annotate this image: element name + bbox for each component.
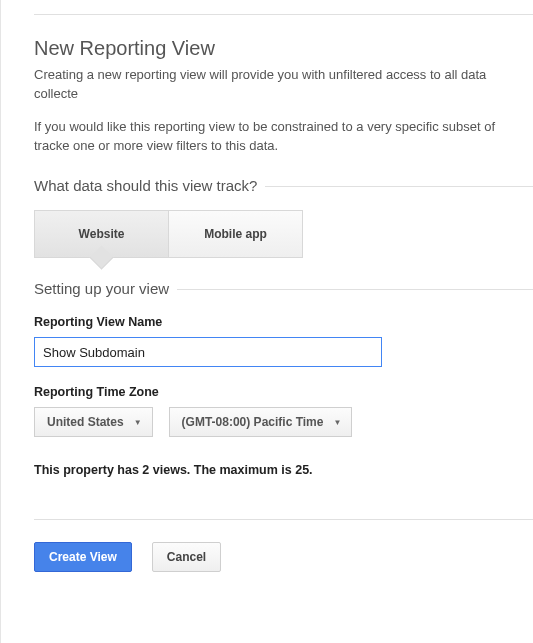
timezone-value: (GMT-08:00) Pacific Time bbox=[182, 415, 324, 429]
new-reporting-view-page: New Reporting View Creating a new report… bbox=[0, 0, 533, 643]
data-type-segmented-control: Website Mobile app bbox=[34, 210, 533, 258]
caret-down-icon: ▼ bbox=[333, 418, 341, 427]
create-view-button[interactable]: Create View bbox=[34, 542, 132, 572]
website-segment-label: Website bbox=[79, 227, 125, 241]
page-description-1: Creating a new reporting view will provi… bbox=[34, 66, 533, 104]
divider bbox=[34, 14, 533, 15]
page-title: New Reporting View bbox=[34, 37, 533, 60]
country-value: United States bbox=[47, 415, 124, 429]
views-count-note: This property has 2 views. The maximum i… bbox=[34, 463, 533, 477]
mobile-app-segment-button[interactable]: Mobile app bbox=[168, 210, 303, 258]
page-description-2: If you would like this reporting view to… bbox=[34, 118, 533, 156]
cancel-button[interactable]: Cancel bbox=[152, 542, 221, 572]
setup-section-header: Setting up your view bbox=[34, 280, 533, 297]
caret-down-icon: ▼ bbox=[134, 418, 142, 427]
track-section-header: What data should this view track? bbox=[34, 177, 533, 194]
website-segment-button[interactable]: Website bbox=[34, 210, 169, 258]
view-name-label: Reporting View Name bbox=[34, 315, 533, 329]
timezone-dropdown[interactable]: (GMT-08:00) Pacific Time ▼ bbox=[169, 407, 353, 437]
timezone-label: Reporting Time Zone bbox=[34, 385, 533, 399]
track-section-label: What data should this view track? bbox=[34, 177, 265, 194]
cancel-label: Cancel bbox=[167, 550, 206, 564]
country-dropdown[interactable]: United States ▼ bbox=[34, 407, 153, 437]
divider bbox=[177, 289, 533, 290]
form-actions: Create View Cancel bbox=[34, 542, 533, 572]
divider bbox=[34, 519, 533, 520]
create-view-label: Create View bbox=[49, 550, 117, 564]
view-name-input[interactable] bbox=[34, 337, 382, 367]
timezone-controls: United States ▼ (GMT-08:00) Pacific Time… bbox=[34, 407, 533, 437]
mobile-app-segment-label: Mobile app bbox=[204, 227, 267, 241]
divider bbox=[265, 186, 533, 187]
setup-section-label: Setting up your view bbox=[34, 280, 177, 297]
